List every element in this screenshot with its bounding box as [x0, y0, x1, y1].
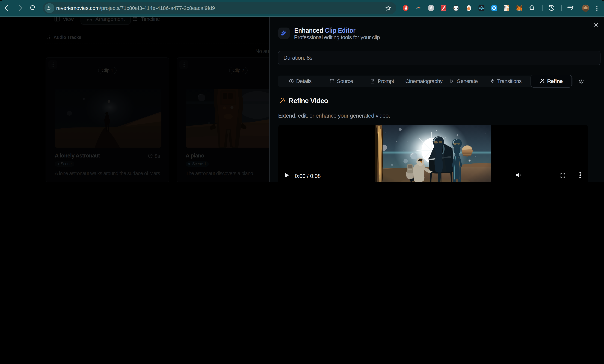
- svg-text:{...}: {...}: [454, 7, 458, 9]
